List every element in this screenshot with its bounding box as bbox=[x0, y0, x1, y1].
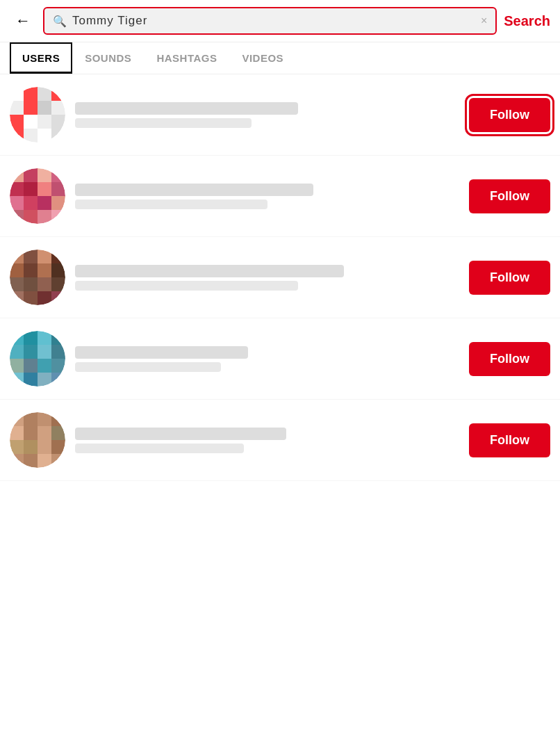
user-handle-placeholder-4 bbox=[75, 362, 221, 372]
user-name-placeholder-1 bbox=[75, 102, 298, 115]
user-handle-placeholder-5 bbox=[75, 444, 244, 453]
search-action-button[interactable]: Search bbox=[504, 13, 550, 29]
user-handle-placeholder-3 bbox=[75, 281, 298, 291]
avatar-4 bbox=[10, 331, 65, 387]
user-item-1: Follow bbox=[0, 74, 560, 156]
avatar-1 bbox=[10, 87, 65, 143]
user-name-placeholder-5 bbox=[75, 428, 286, 440]
user-item-3: Follow bbox=[0, 237, 560, 318]
tab-hashtags[interactable]: HASHTAGS bbox=[144, 42, 229, 74]
user-info-5 bbox=[75, 428, 459, 453]
tab-videos[interactable]: VIDEOS bbox=[229, 42, 296, 74]
avatar-2 bbox=[10, 168, 65, 224]
user-handle-placeholder-1 bbox=[75, 118, 252, 128]
header: ← 🔍 × Search bbox=[0, 0, 560, 42]
user-name-placeholder-4 bbox=[75, 346, 248, 359]
search-icon: 🔍 bbox=[53, 15, 67, 28]
user-info-2 bbox=[75, 184, 459, 209]
follow-button-1[interactable]: Follow bbox=[469, 98, 550, 132]
tabs-bar: USERS SOUNDS HASHTAGS VIDEOS bbox=[0, 42, 560, 74]
user-info-1 bbox=[75, 102, 459, 128]
user-name-placeholder-3 bbox=[75, 265, 344, 277]
avatar-3 bbox=[10, 250, 65, 305]
user-info-3 bbox=[75, 265, 459, 291]
user-info-4 bbox=[75, 346, 459, 372]
follow-button-3[interactable]: Follow bbox=[469, 261, 550, 295]
clear-button[interactable]: × bbox=[481, 15, 487, 27]
back-button[interactable]: ← bbox=[10, 9, 36, 33]
tab-users[interactable]: USERS bbox=[10, 42, 72, 74]
follow-button-2[interactable]: Follow bbox=[469, 179, 550, 213]
avatar-5 bbox=[10, 412, 65, 468]
search-input[interactable] bbox=[72, 14, 475, 28]
user-item-2: Follow bbox=[0, 156, 560, 237]
search-box: 🔍 × bbox=[43, 7, 497, 35]
user-handle-placeholder-2 bbox=[75, 200, 267, 209]
user-item-5: Follow bbox=[0, 400, 560, 481]
user-name-placeholder-2 bbox=[75, 184, 313, 196]
follow-button-5[interactable]: Follow bbox=[469, 423, 550, 457]
tab-sounds[interactable]: SOUNDS bbox=[72, 42, 144, 74]
user-list: FollowFollowFollowFollowFollow bbox=[0, 74, 560, 481]
follow-button-4[interactable]: Follow bbox=[469, 342, 550, 376]
user-item-4: Follow bbox=[0, 318, 560, 400]
